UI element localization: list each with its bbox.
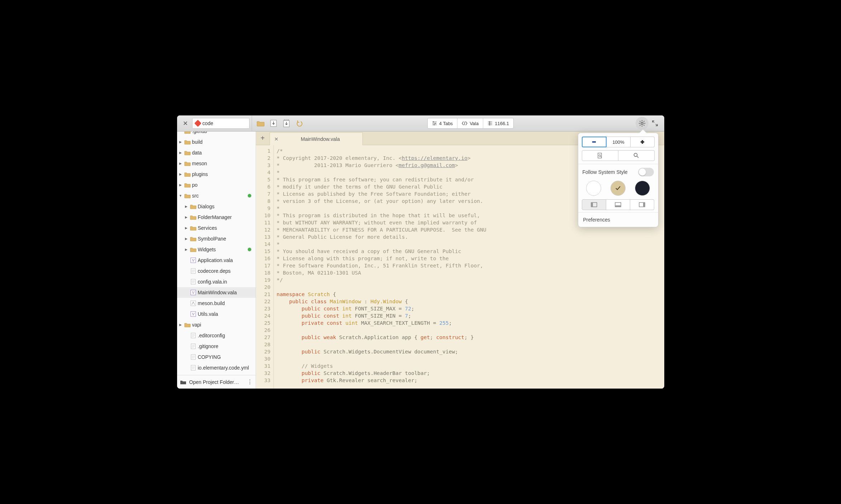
disclosure-triangle[interactable]: ▶ [184, 215, 189, 219]
tree-row[interactable]: VApplication.vala [177, 255, 256, 266]
disclosure-triangle[interactable]: ▶ [179, 183, 183, 187]
tree-row[interactable]: ▶Dialogs [177, 201, 256, 212]
disclosure-triangle[interactable]: ▶ [179, 140, 183, 144]
tree-item-label: MainWindow.vala [198, 290, 253, 295]
sidebar: .github▶build▶data▶meson▶plugins▶po▼src▶… [177, 132, 256, 389]
undo-icon [296, 120, 303, 127]
theme-sepia[interactable] [610, 181, 626, 196]
zoom-out-button[interactable] [582, 137, 607, 147]
disclosure-triangle[interactable]: ▶ [179, 162, 183, 165]
folder-icon [184, 322, 191, 328]
svg-rect-22 [641, 141, 644, 143]
theme-dark[interactable] [635, 181, 650, 196]
divider [252, 115, 252, 132]
svg-rect-27 [591, 203, 593, 207]
panel-bottom-button[interactable] [606, 199, 630, 210]
tree-row[interactable]: io.elementary.code.yml [177, 362, 256, 373]
tree-row[interactable]: config.vala.in [177, 276, 256, 287]
theme-light[interactable] [586, 181, 601, 196]
open-folder-button[interactable] [254, 117, 267, 130]
panel-left-button[interactable] [582, 199, 606, 210]
folder-icon [190, 236, 196, 242]
tree-item-label: plugins [192, 171, 253, 177]
save-all-button[interactable] [280, 117, 293, 130]
tree-item-label: config.vala.in [198, 279, 253, 285]
tree-row[interactable]: ▶SymbolPane [177, 233, 256, 244]
minus-icon [592, 140, 596, 144]
tree-row[interactable]: VMainWindow.vala [177, 287, 256, 298]
tree-item-label: io.elementary.code.yml [198, 365, 253, 371]
disclosure-triangle[interactable]: ▶ [184, 237, 189, 241]
tree-row[interactable]: ▶FolderManager [177, 212, 256, 223]
editor-tab[interactable]: ✕ MainWindow.vala [270, 132, 363, 145]
zoom-in-button[interactable] [631, 137, 655, 147]
panel-right-icon [639, 202, 645, 207]
disclosure-triangle[interactable]: ▶ [184, 226, 189, 230]
find-in-project-button[interactable] [582, 150, 618, 161]
tree-row[interactable]: ▶meson [177, 158, 256, 169]
tree-row[interactable]: ▼src [177, 190, 256, 201]
plus-icon [640, 140, 645, 144]
svg-point-4 [435, 123, 436, 124]
check-icon [615, 185, 621, 191]
window-close-button[interactable]: ✕ [180, 120, 191, 127]
open-project-label[interactable]: Open Project Folder… [189, 379, 244, 385]
svg-point-6 [641, 122, 643, 124]
tree-row[interactable]: ▶po [177, 180, 256, 190]
preferences-link[interactable]: Preferences [582, 214, 655, 223]
search-button[interactable] [618, 150, 655, 161]
tree-row[interactable]: .gitignore [177, 341, 256, 352]
tree-row[interactable]: .github [177, 132, 256, 137]
svg-rect-31 [643, 203, 645, 207]
disclosure-triangle[interactable]: ▼ [179, 194, 183, 198]
tree-row[interactable]: VUtils.vala [177, 309, 256, 319]
file-icon [190, 354, 196, 360]
tree-row[interactable]: ▶Services [177, 223, 256, 233]
more-icon[interactable]: ⋮ [247, 379, 253, 385]
panel-layout-row [582, 199, 655, 210]
cursor-indicator[interactable]: 1166.1 [483, 118, 513, 128]
save-button[interactable] [267, 117, 280, 130]
tree-row[interactable]: COPYING [177, 352, 256, 362]
panel-right-button[interactable] [630, 199, 654, 210]
tree-row[interactable]: ▶vapi [177, 319, 256, 330]
tab-close-button[interactable]: ✕ [274, 136, 279, 142]
tree-row[interactable]: meson.build [177, 298, 256, 309]
code-icon [462, 121, 467, 125]
tree-row[interactable]: ▶build [177, 137, 256, 147]
new-tab-button[interactable]: + [256, 132, 270, 145]
lang-label: Vala [470, 121, 479, 126]
tree-row[interactable]: ▶Widgets [177, 244, 256, 255]
status-dot [248, 248, 251, 251]
folder-icon [190, 203, 196, 210]
toolbar-center: 4 Tabs Vala 1166.1 [306, 118, 636, 129]
disclosure-triangle[interactable]: ▶ [179, 323, 183, 327]
disclosure-triangle[interactable]: ▶ [184, 248, 189, 251]
fullscreen-button[interactable] [648, 117, 661, 130]
file-tree[interactable]: .github▶build▶data▶meson▶plugins▶po▼src▶… [177, 132, 256, 375]
tree-row[interactable]: codecore.deps [177, 266, 256, 276]
disclosure-triangle[interactable]: ▶ [179, 151, 183, 154]
disclosure-triangle[interactable]: ▶ [179, 172, 183, 176]
follow-style-switch[interactable] [638, 168, 654, 176]
project-chip[interactable]: code [192, 118, 250, 129]
zoom-level[interactable]: 100% [607, 137, 631, 147]
language-indicator[interactable]: Vala [457, 118, 483, 128]
svg-point-3 [433, 122, 434, 123]
disclosure-triangle[interactable]: ▶ [184, 205, 189, 208]
settings-menu-button[interactable] [636, 117, 648, 130]
sidebar-footer: Open Project Folder… ⋮ [177, 375, 256, 389]
settings-popover: 100% Follow System Style [578, 133, 659, 227]
tree-item-label: vapi [192, 322, 253, 328]
file-icon [190, 365, 196, 371]
folder-icon [190, 246, 196, 253]
tree-item-label: FolderManager [198, 214, 253, 220]
tree-item-label: Widgets [198, 247, 246, 252]
tree-row[interactable]: ▶plugins [177, 169, 256, 180]
revert-button[interactable] [293, 117, 306, 130]
tree-row[interactable]: .editorconfig [177, 330, 256, 341]
tabs-indicator[interactable]: 4 Tabs [428, 118, 457, 128]
status-pill-group: 4 Tabs Vala 1166.1 [427, 118, 514, 129]
tree-row[interactable]: ▶data [177, 147, 256, 158]
svg-rect-2 [284, 119, 289, 120]
